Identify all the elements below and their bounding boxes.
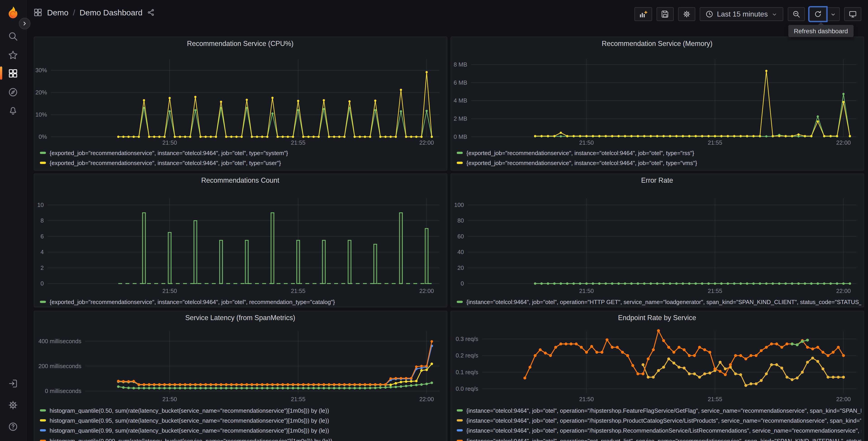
legend-item[interactable]: {instance="otelcol:9464", job="otel", op… [456, 405, 861, 415]
legend-swatch-icon [456, 419, 463, 421]
y-tick-label: 4 MB [454, 97, 467, 104]
refresh-dashboard-button[interactable] [809, 7, 827, 21]
bar [399, 213, 402, 284]
y-tick-label: 40 [457, 249, 464, 255]
legend-item[interactable]: histogram_quantile(0.50, sum(rate(latenc… [40, 405, 444, 415]
panel-plot[interactable]: 02040608010021:5021:5522:00 [451, 174, 864, 307]
bar [297, 240, 299, 284]
legend-item[interactable]: {instance="otelcol:9464", job="otel", op… [456, 436, 861, 441]
grafana-app: Demo / Demo Dashboard Last 15 m [0, 0, 868, 441]
series-line-p99 [118, 346, 432, 384]
series-line-p999 [118, 341, 432, 384]
legend-item[interactable]: histogram_quantile(0.99, sum(rate(latenc… [40, 425, 444, 436]
legend-label[interactable]: {instance="otelcol:9464", job="otel", op… [466, 298, 861, 305]
sidebar-item-explore[interactable] [0, 83, 26, 101]
kiosk-mode-button[interactable] [844, 7, 862, 21]
x-tick-label: 21:50 [162, 396, 177, 402]
legend-item[interactable]: {exported_job="recommendationservice", i… [40, 148, 444, 158]
legend-label[interactable]: histogram_quantile(0.99, sum(rate(latenc… [50, 427, 329, 434]
y-tick-label: 4 [40, 249, 43, 255]
legend-item[interactable]: {exported_job="recommendationservice", i… [40, 158, 444, 168]
sidebar-item-help[interactable] [0, 417, 26, 436]
chevron-down-icon [771, 11, 778, 18]
y-tick-label: 0% [38, 133, 47, 140]
legend-item[interactable]: {instance="otelcol:9464", job="otel", op… [456, 425, 861, 436]
sidebar-item-sign-in[interactable] [0, 374, 26, 392]
y-tick-label: 80 [457, 217, 464, 224]
y-tick-label: 20 [457, 265, 464, 271]
legend-label[interactable]: {exported_job="recommendationservice", i… [466, 159, 697, 166]
x-tick-label: 21:50 [162, 288, 177, 294]
legend-label[interactable]: {instance="otelcol:9464", job="otel", op… [466, 407, 861, 413]
y-tick-label: 0.1 req/s [456, 369, 478, 375]
gear-icon [8, 400, 18, 410]
legend-swatch-icon [456, 409, 463, 411]
save-icon [661, 10, 670, 18]
time-range-picker[interactable]: Last 15 minutes [700, 7, 783, 21]
sidebar-item-alerting[interactable] [0, 101, 26, 120]
sidebar-item-configuration[interactable] [0, 395, 26, 414]
legend-label[interactable]: {exported_job="recommendationservice", i… [50, 159, 281, 166]
panel-plot[interactable]: 024681021:5021:5522:00 [34, 174, 446, 307]
legend-swatch-icon [40, 439, 46, 441]
sidebar-item-starred[interactable] [0, 46, 26, 64]
y-tick-label: 8 MB [454, 61, 467, 67]
sidebar-item-dashboards[interactable] [0, 64, 26, 82]
x-tick-label: 21:50 [162, 139, 177, 145]
breadcrumb: Demo / Demo Dashboard [33, 8, 155, 17]
add-panel-button[interactable] [634, 7, 652, 21]
legend-label[interactable]: {exported_job="recommendationservice", i… [50, 150, 288, 156]
bar [425, 229, 428, 284]
legend-label[interactable]: histogram_quantile(0.50, sum(rate(latenc… [50, 407, 329, 413]
legend-label[interactable]: {instance="otelcol:9464", job="otel", op… [466, 417, 861, 423]
sidebar [0, 0, 27, 441]
refresh-interval-dropdown[interactable] [826, 7, 840, 21]
legend-swatch-icon [456, 301, 463, 303]
star-icon [8, 50, 18, 60]
legend-item[interactable]: {exported_job="recommendationservice", i… [40, 297, 444, 307]
apps-icon [8, 68, 18, 78]
y-tick-label: 6 MB [454, 79, 467, 85]
legend-label[interactable]: {exported_job="recommendationservice", i… [466, 150, 694, 156]
legend-label[interactable]: histogram_quantile(0.999, sum(rate(laten… [50, 437, 332, 441]
grafana-logo-icon[interactable] [5, 5, 20, 20]
legend-item[interactable]: {instance="otelcol:9464", job="otel", op… [456, 415, 861, 425]
legend-swatch-icon [40, 301, 46, 303]
legend-item[interactable]: histogram_quantile(0.999, sum(rate(laten… [40, 436, 444, 441]
panel-legend: {instance="otelcol:9464", job="otel", op… [456, 405, 861, 441]
bar [194, 221, 197, 284]
legend-label[interactable]: {exported_job="recommendationservice", i… [50, 298, 335, 305]
y-tick-label: 400 milliseconds [38, 337, 81, 344]
save-dashboard-button[interactable] [657, 7, 674, 21]
y-tick-label: 100 [454, 202, 464, 208]
bar [374, 244, 376, 284]
dashboard-settings-button[interactable] [678, 7, 695, 21]
breadcrumb-dashboard[interactable]: Demo Dashboard [80, 8, 143, 17]
legend-item[interactable]: {exported_job="recommendationservice", i… [456, 148, 861, 158]
legend-item[interactable]: histogram_quantile(0.95, sum(rate(latenc… [40, 415, 444, 425]
sidebar-item-search[interactable] [0, 27, 26, 45]
y-tick-label: 10 [37, 202, 43, 208]
legend-label[interactable]: histogram_quantile(0.95, sum(rate(latenc… [50, 417, 329, 423]
bar [245, 240, 248, 284]
legend-label[interactable]: {instance="otelcol:9464", job="otel", op… [466, 427, 861, 434]
magnifier-icon [8, 31, 18, 41]
y-tick-label: 0.0 req/s [456, 385, 478, 392]
legend-swatch-icon [40, 152, 46, 154]
legend-swatch-icon [456, 162, 463, 164]
y-tick-label: 60 [457, 233, 464, 239]
x-tick-label: 21:50 [579, 396, 593, 402]
zoom-out-time-button[interactable] [788, 7, 805, 21]
legend-item[interactable]: {instance="otelcol:9464", job="otel", op… [456, 297, 861, 307]
panel-count: Recommendations Count 024681021:5021:552… [33, 173, 447, 307]
series-line-type-rss [535, 94, 850, 136]
panel-legend: {exported_job="recommendationservice", i… [456, 148, 861, 168]
breadcrumb-folder[interactable]: Demo [47, 8, 68, 17]
legend-label[interactable]: {instance="otelcol:9464", job="otel", op… [466, 437, 861, 441]
share-dashboard-button[interactable] [147, 8, 155, 17]
legend-swatch-icon [40, 162, 46, 164]
legend-item[interactable]: {exported_job="recommendationservice", i… [456, 158, 861, 168]
y-tick-label: 30% [35, 67, 46, 73]
y-tick-label: 0 [40, 280, 43, 287]
sidebar-expand-button[interactable] [19, 18, 30, 29]
